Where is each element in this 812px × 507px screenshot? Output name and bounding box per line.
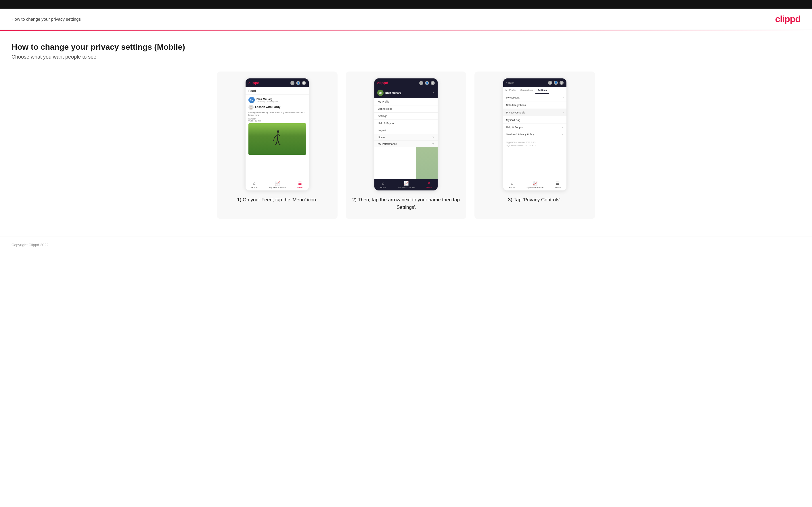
nav-performance[interactable]: 📈 My Performance [269, 181, 286, 189]
settings-tabs: My Profile Connections Settings [503, 87, 566, 94]
nav-home[interactable]: ⌂ Home [251, 181, 257, 189]
settings-item-my-account[interactable]: My Account › [503, 94, 566, 101]
search-icon-2[interactable]: ⌕ [419, 81, 423, 85]
tab-connections[interactable]: Connections [518, 87, 536, 94]
svg-line-4 [278, 134, 281, 136]
nav-performance-dark[interactable]: 📈 My Performance [398, 181, 415, 189]
home-chevron-icon: ∨ [432, 136, 434, 139]
menu-arrow-icon[interactable]: ∧ [432, 91, 435, 95]
step-2-card: clippd ⌕ 👤 ⚙ [346, 71, 466, 219]
settings-label: Settings [378, 115, 387, 117]
tab-settings[interactable]: Settings [536, 87, 549, 94]
page-subheading: Choose what you want people to see [11, 54, 801, 60]
nav-home-3[interactable]: ⌂ Home [509, 181, 515, 189]
nav-close[interactable]: ✕ Menu [426, 181, 432, 189]
nav-performance-3[interactable]: 📈 My Performance [526, 181, 544, 189]
logout-label: Logout [378, 129, 386, 132]
feed-image [248, 123, 306, 155]
step-3-icons: ⌕ 👤 ⚙ [548, 81, 564, 85]
svg-line-6 [277, 139, 279, 144]
menu-item-settings[interactable]: Settings [374, 113, 438, 120]
settings-item-my-golf-bag[interactable]: My Golf Bag › [503, 116, 566, 124]
menu-item-logout[interactable]: Logout [374, 127, 438, 134]
user-icon-3[interactable]: 👤 [554, 81, 558, 85]
privacy-controls-chevron: › [563, 111, 564, 114]
my-golf-bag-chevron: › [563, 118, 564, 121]
menu-item-my-profile[interactable]: My Profile [374, 98, 438, 105]
home-section-label: Home [378, 136, 385, 139]
settings-item-data-integrations[interactable]: Data Integrations › [503, 101, 566, 109]
help-support-ext-icon: ↗ [562, 126, 564, 129]
performance-chevron-icon: ∨ [432, 143, 434, 145]
user-icon-2[interactable]: 👤 [425, 81, 429, 85]
connections-label: Connections [378, 107, 392, 110]
lesson-desc: Looking to feel like my hands are exitin… [248, 111, 306, 116]
back-button[interactable]: < Back [506, 81, 514, 84]
my-golf-bag-label: My Golf Bag [506, 119, 520, 121]
feed-username: Blair McHarg [256, 98, 278, 101]
home-icon-dark: ⌂ [382, 181, 384, 185]
logo: clippd [775, 14, 801, 24]
svg-line-8 [279, 144, 281, 145]
my-account-label: My Account [506, 96, 519, 99]
feed-user-row: BM Blair McHarg Yesterday · Sunningdale [248, 97, 306, 103]
nav-menu-label: Menu [297, 186, 303, 189]
step-2-bottomnav: ⌂ Home 📈 My Performance ✕ Menu [374, 179, 438, 190]
svg-line-5 [276, 139, 277, 144]
menu-icon-3: ☰ [556, 181, 560, 185]
nav-menu-3[interactable]: ☰ Menu [555, 181, 561, 189]
version-line-2: GQL Server Version: 2022.7.30-1 [506, 144, 564, 147]
step-2-description: 2) Then, tap the arrow next to your name… [351, 196, 461, 211]
settings-icon-3[interactable]: ⚙ [560, 81, 564, 85]
menu-user-info: BM Blair McHarg [377, 90, 401, 96]
settings-icon-2[interactable]: ⚙ [431, 81, 435, 85]
help-label: Help & Support [378, 122, 395, 125]
performance-label-3: My Performance [526, 186, 544, 189]
menu-section-home[interactable]: Home ∨ [374, 134, 438, 141]
home-icon: ⌂ [253, 181, 255, 185]
menu-label-3: Menu [555, 186, 561, 189]
settings-icon[interactable]: ⚙ [302, 81, 306, 85]
user-icon[interactable]: 👤 [296, 81, 300, 85]
menu-item-connections[interactable]: Connections [374, 105, 438, 113]
nav-home-dark[interactable]: ⌂ Home [380, 181, 386, 189]
close-icon: ✕ [427, 181, 431, 185]
step-2-logo: clippd [377, 81, 388, 85]
step-1-icons: ⌕ 👤 ⚙ [291, 81, 306, 85]
performance-section-label: My Performance [378, 143, 397, 145]
tab-my-profile[interactable]: My Profile [503, 87, 518, 94]
lesson-icon: 📋 [248, 105, 254, 110]
data-integrations-chevron: › [563, 103, 564, 107]
lesson-title: Lesson with Fordy [255, 105, 281, 109]
footer-copyright: Copyright Clippd 2022 [11, 243, 49, 247]
footer: Copyright Clippd 2022 [0, 236, 812, 256]
search-icon[interactable]: ⌕ [291, 81, 295, 85]
step-3-phone: < Back ⌕ 👤 ⚙ My Profile Connections Sett… [503, 78, 566, 190]
svg-line-3 [273, 137, 274, 141]
menu-user-row[interactable]: BM Blair McHarg ∧ [374, 87, 438, 98]
privacy-controls-label: Privacy Controls [506, 111, 525, 114]
settings-item-service-privacy[interactable]: Service & Privacy Policy ↗ [503, 131, 566, 138]
feed-user-info: Blair McHarg Yesterday · Sunningdale [256, 98, 278, 103]
nav-home-label: Home [251, 186, 257, 189]
nav-menu[interactable]: ☰ Menu [297, 181, 303, 189]
step-2-topbar: clippd ⌕ 👤 ⚙ [374, 78, 438, 87]
settings-list: My Account › Data Integrations › Privacy… [503, 94, 566, 179]
service-privacy-ext-icon: ↗ [562, 133, 564, 136]
settings-item-privacy-controls[interactable]: Privacy Controls › [503, 109, 566, 116]
svg-line-7 [275, 144, 276, 145]
menu-panel: BM Blair McHarg ∧ My Profile Connections [374, 87, 438, 147]
main-content: How to change your privacy settings (Mob… [0, 31, 812, 236]
performance-icon-dark: 📈 [404, 181, 409, 185]
feed-duration: Duration01 hr : 30 min [248, 118, 306, 122]
performance-icon: 📈 [275, 181, 280, 185]
step-1-content: Feed BM Blair McHarg Yesterday · Sunning… [246, 87, 309, 179]
step-1-logo: clippd [248, 81, 259, 85]
ext-icon-help: ↗ [432, 122, 434, 125]
menu-item-help[interactable]: Help & Support ↗ [374, 120, 438, 127]
settings-item-help-support[interactable]: Help & Support ↗ [503, 124, 566, 131]
step-1-bottomnav: ⌂ Home 📈 My Performance ☰ Menu [246, 179, 309, 190]
home-label-3: Home [509, 186, 515, 189]
search-icon-3[interactable]: ⌕ [548, 81, 552, 85]
menu-section-performance[interactable]: My Performance ∨ [374, 141, 438, 147]
